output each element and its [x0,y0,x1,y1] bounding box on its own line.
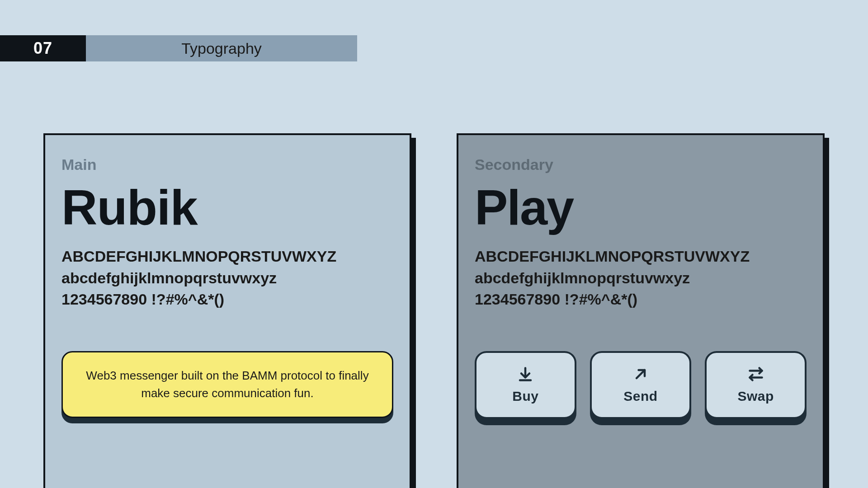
specimen-secondary: ABCDEFGHIJKLMNOPQRSTUVWXYZ abcdefghijklm… [475,246,807,310]
specimen-symbols: 1234567890 !?#%^&*() [475,289,807,310]
svg-line-2 [637,370,645,378]
buy-button-label: Buy [512,389,538,404]
download-icon [517,366,533,382]
swap-button[interactable]: Swap [705,351,807,419]
send-button[interactable]: Send [590,351,692,419]
page-number: 07 [0,35,86,61]
font-name-secondary: Play [475,183,807,232]
font-name-main: Rubik [61,183,393,232]
header-tab: 07 Typography [0,35,357,61]
card-main: Main Rubik ABCDEFGHIJKLMNOPQRSTUVWXYZ ab… [43,133,411,488]
specimen-main: ABCDEFGHIJKLMNOPQRSTUVWXYZ abcdefghijklm… [61,246,393,310]
swap-button-label: Swap [738,389,774,404]
specimen-symbols: 1234567890 !?#%^&*() [61,289,393,310]
page-title: Typography [86,35,357,61]
send-button-label: Send [623,389,657,404]
swap-icon [748,366,764,382]
specimen-upper: ABCDEFGHIJKLMNOPQRSTUVWXYZ [475,246,807,267]
card-secondary-label: Secondary [475,156,807,174]
card-main-label: Main [61,156,393,174]
cards-container: Main Rubik ABCDEFGHIJKLMNOPQRSTUVWXYZ ab… [43,133,825,488]
buy-button-wrap: Buy [475,351,576,419]
swap-button-wrap: Swap [705,351,807,419]
specimen-lower: abcdefghijklmnopqrstuvwxyz [61,267,393,289]
button-row: Buy Send [475,351,807,419]
arrow-up-right-icon [632,366,649,382]
callout-wrap: Web3 messenger built on the BAMM protoco… [61,351,393,418]
specimen-upper: ABCDEFGHIJKLMNOPQRSTUVWXYZ [61,246,393,267]
card-secondary: Secondary Play ABCDEFGHIJKLMNOPQRSTUVWXY… [457,133,825,488]
buy-button[interactable]: Buy [475,351,576,419]
callout-text: Web3 messenger built on the BAMM protoco… [61,351,393,418]
specimen-lower: abcdefghijklmnopqrstuvwxyz [475,267,807,289]
send-button-wrap: Send [590,351,692,419]
